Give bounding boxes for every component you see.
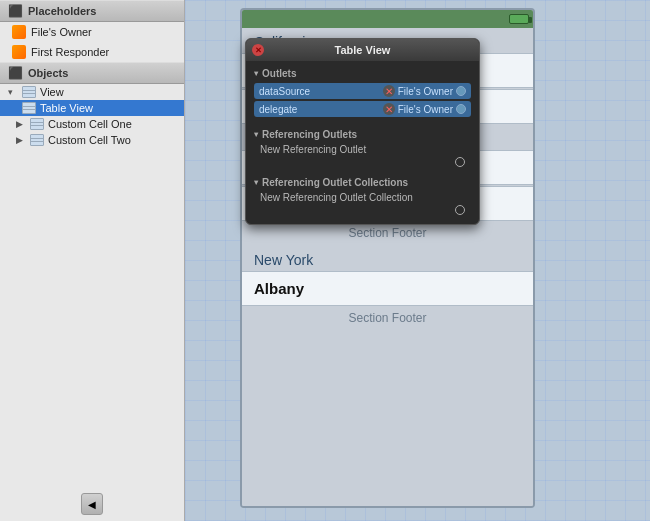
referencing-outlets-header: ▾ Referencing Outlets bbox=[254, 125, 471, 142]
delegate-outlet-name: delegate bbox=[259, 104, 297, 115]
popup-title-bar: ✕ Table View bbox=[246, 39, 479, 61]
battery-icon bbox=[509, 14, 529, 24]
objects-cube-icon: ⬛ bbox=[8, 66, 23, 80]
cell-albany: Albany bbox=[242, 271, 533, 306]
placeholders-cube-icon: ⬛ bbox=[8, 4, 23, 18]
customcell2-icon bbox=[30, 134, 44, 146]
files-owner-item[interactable]: File's Owner bbox=[0, 22, 184, 42]
datasource-disconnect-button[interactable]: ✕ bbox=[383, 85, 395, 97]
first-responder-item[interactable]: First Responder bbox=[0, 42, 184, 62]
ref-collections-header: ▾ Referencing Outlet Collections bbox=[254, 173, 471, 190]
tree-item-customcell1[interactable]: ▶ Custom Cell One bbox=[0, 116, 184, 132]
canvas-area: California Brea Burling… Florida Altamon… bbox=[185, 0, 650, 521]
referencing-outlets-section: ▾ Referencing Outlets New Referencing Ou… bbox=[246, 122, 479, 170]
datasource-indicator bbox=[456, 86, 466, 96]
objects-header: ⬛ Objects bbox=[0, 62, 184, 84]
delegate-indicator bbox=[456, 104, 466, 114]
tree-arrow-cell2: ▶ bbox=[16, 135, 26, 145]
outlets-header: ▾ Outlets bbox=[254, 64, 471, 81]
customcell1-icon bbox=[30, 118, 44, 130]
tree-arrow-cell1: ▶ bbox=[16, 119, 26, 129]
delegate-disconnect-button[interactable]: ✕ bbox=[383, 103, 395, 115]
files-owner-icon bbox=[12, 25, 26, 39]
datasource-outlet-row[interactable]: dataSource ✕ File's Owner bbox=[254, 83, 471, 99]
outlets-section: ▾ Outlets dataSource ✕ File's Owner dele… bbox=[246, 61, 479, 122]
section-newyork-label: New York bbox=[242, 246, 533, 271]
view-icon bbox=[22, 86, 36, 98]
left-panel: ⬛ Placeholders File's Owner First Respon… bbox=[0, 0, 185, 521]
new-ref-outlet-circle[interactable] bbox=[455, 157, 465, 167]
ios-status-bar bbox=[242, 10, 533, 28]
popup-title: Table View bbox=[335, 44, 391, 56]
delegate-target: File's Owner bbox=[398, 104, 453, 115]
first-responder-icon bbox=[12, 45, 26, 59]
tree-item-customcell2[interactable]: ▶ Custom Cell Two bbox=[0, 132, 184, 148]
scroll-left-button[interactable]: ◀ bbox=[81, 493, 103, 515]
tableview-icon bbox=[22, 102, 36, 114]
tree-item-tableview[interactable]: Table View bbox=[0, 100, 184, 116]
new-ref-collection-item[interactable]: New Referencing Outlet Collection bbox=[254, 190, 471, 205]
datasource-connection: ✕ File's Owner bbox=[383, 85, 466, 97]
popup-close-button[interactable]: ✕ bbox=[252, 44, 264, 56]
delegate-connection: ✕ File's Owner bbox=[383, 103, 466, 115]
delegate-outlet-row[interactable]: delegate ✕ File's Owner bbox=[254, 101, 471, 117]
tree-arrow-view: ▾ bbox=[8, 87, 18, 97]
table-view-popup: ✕ Table View ▾ Outlets dataSource ✕ File… bbox=[245, 38, 480, 225]
ref-collections-triangle-icon: ▾ bbox=[254, 178, 258, 187]
new-referencing-outlet-item[interactable]: New Referencing Outlet bbox=[254, 142, 471, 157]
newyork-section-footer: Section Footer bbox=[242, 307, 533, 331]
ref-outlets-triangle-icon: ▾ bbox=[254, 130, 258, 139]
referencing-outlet-collections-section: ▾ Referencing Outlet Collections New Ref… bbox=[246, 170, 479, 218]
new-ref-collection-circle[interactable] bbox=[455, 205, 465, 215]
datasource-outlet-name: dataSource bbox=[259, 86, 310, 97]
placeholders-header: ⬛ Placeholders bbox=[0, 0, 184, 22]
scroll-area: ◀ bbox=[0, 487, 184, 521]
tree-item-view[interactable]: ▾ View bbox=[0, 84, 184, 100]
outlets-triangle-icon: ▾ bbox=[254, 69, 258, 78]
datasource-target: File's Owner bbox=[398, 86, 453, 97]
florida-section-footer: Section Footer bbox=[242, 222, 533, 246]
